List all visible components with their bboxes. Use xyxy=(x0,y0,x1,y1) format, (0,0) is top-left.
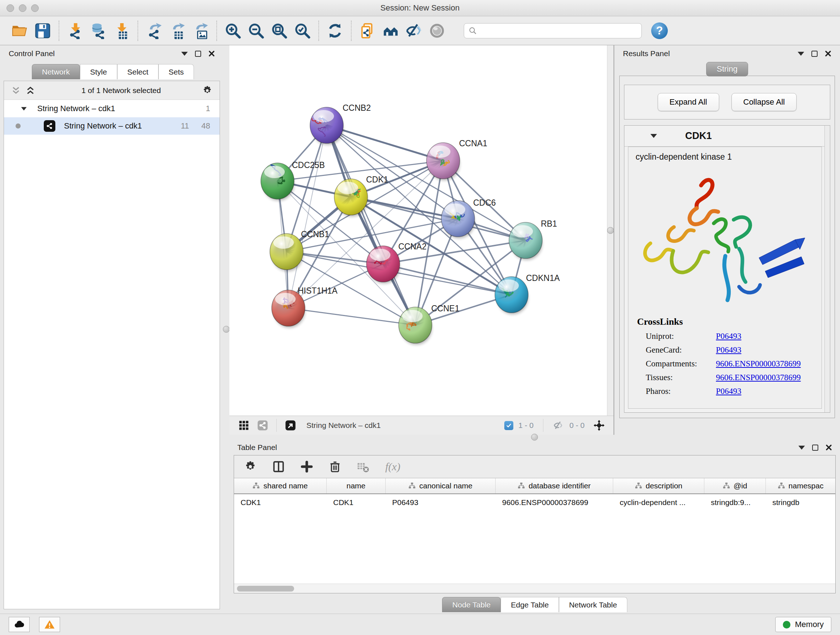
refresh-button[interactable] xyxy=(325,21,345,41)
tab-style[interactable]: Style xyxy=(80,64,117,79)
open-file-button[interactable] xyxy=(10,21,29,41)
selected-items-checkbox[interactable] xyxy=(504,421,513,430)
column-header-canonical-name[interactable]: canonical name xyxy=(386,478,496,494)
session-home-button[interactable] xyxy=(381,21,401,41)
cloud-status-button[interactable] xyxy=(9,617,30,632)
column-header-shared-name[interactable]: shared name xyxy=(234,478,327,494)
network-node-rb1[interactable]: RB1 xyxy=(509,219,557,260)
close-panel-icon[interactable] xyxy=(825,50,831,57)
warnings-button[interactable] xyxy=(39,617,60,632)
tab-string[interactable]: String xyxy=(706,62,748,76)
splitter-handle[interactable] xyxy=(223,326,230,333)
crosslink-genecard[interactable]: P06493 xyxy=(716,345,741,355)
results-scrollbar[interactable] xyxy=(824,126,830,412)
network-node-cdkn1a[interactable]: CDKN1A xyxy=(495,273,560,314)
import-network-button[interactable] xyxy=(65,21,85,41)
zoom-selected-button[interactable] xyxy=(293,21,312,41)
network-row-selected[interactable]: String Network – cdk1 11 48 xyxy=(4,117,219,135)
delete-column-trash-icon[interactable] xyxy=(329,461,341,473)
minimize-window-button[interactable] xyxy=(19,4,27,12)
show-panels-button[interactable] xyxy=(427,21,447,41)
export-image-button[interactable] xyxy=(191,21,210,41)
table-row[interactable]: CDK1 CDK1 P06493 9606.ENSP00000378699 cy… xyxy=(234,494,835,511)
column-header-namespace[interactable]: namespac xyxy=(766,478,835,494)
undock-panel-icon[interactable] xyxy=(812,445,818,451)
import-table-button[interactable] xyxy=(112,21,131,41)
fit-selected-button[interactable] xyxy=(591,418,607,432)
float-panel-icon[interactable] xyxy=(798,52,804,56)
search-input[interactable] xyxy=(480,27,637,35)
network-collection-row[interactable]: String Network – cdk1 1 xyxy=(4,100,219,117)
scrollbar-thumb[interactable] xyxy=(237,586,294,592)
results-splitter-handle[interactable] xyxy=(607,227,614,234)
tab-edge-table[interactable]: Edge Table xyxy=(501,597,559,612)
add-column-icon[interactable] xyxy=(301,461,313,473)
crosslink-pharos[interactable]: P06493 xyxy=(716,386,741,396)
cell-shared-name[interactable]: CDK1 xyxy=(234,498,327,507)
table-settings-gear-icon[interactable] xyxy=(244,461,256,473)
clone-network-button[interactable] xyxy=(358,21,377,41)
cell-database-identifier[interactable]: 9606.ENSP00000378699 xyxy=(496,498,613,507)
cell-name[interactable]: CDK1 xyxy=(327,498,386,507)
table-horizontal-scrollbar[interactable] xyxy=(234,584,835,593)
network-node-ccne1[interactable]: CCNE1 xyxy=(399,304,459,345)
network-edge[interactable] xyxy=(288,308,415,325)
help-button[interactable]: ? xyxy=(651,22,668,39)
undock-panel-icon[interactable] xyxy=(195,51,201,57)
tab-network[interactable]: Network xyxy=(32,64,80,79)
import-network-from-database-button[interactable] xyxy=(88,21,108,41)
column-header-name[interactable]: name xyxy=(327,478,386,494)
collapse-all-icon[interactable] xyxy=(11,86,21,95)
cell-description[interactable]: cyclin-dependent ... xyxy=(613,498,704,507)
crosslink-tissues[interactable]: 9606.ENSP00000378699 xyxy=(716,373,801,382)
splitter-handle[interactable] xyxy=(531,434,538,440)
crosslink-compartments[interactable]: 9606.ENSP00000378699 xyxy=(716,359,801,369)
tab-node-table[interactable]: Node Table xyxy=(442,597,501,612)
network-view-button[interactable] xyxy=(255,418,271,432)
network-edge[interactable] xyxy=(288,125,327,308)
collapse-gene-icon[interactable] xyxy=(651,134,657,138)
zoom-out-button[interactable] xyxy=(246,21,266,41)
table-panel-splitter[interactable] xyxy=(229,435,840,440)
export-network-button[interactable] xyxy=(144,21,164,41)
tab-sets[interactable]: Sets xyxy=(158,64,194,79)
expand-all-button[interactable]: Expand All xyxy=(658,93,719,111)
network-canvas[interactable]: CCNB2CCNA1CDC25BCDK1CDC6RB1CCNB1CCNA2CDK… xyxy=(229,45,614,416)
expand-all-icon[interactable] xyxy=(26,86,35,95)
float-panel-icon[interactable] xyxy=(181,52,188,56)
grid-view-button[interactable] xyxy=(236,418,252,432)
network-graph[interactable]: CCNB2CCNA1CDC25BCDK1CDC6RB1CCNB1CCNA2CDK… xyxy=(229,45,600,414)
cell-namespace[interactable]: stringdb xyxy=(766,498,835,507)
canvas-vertical-scrollbar[interactable] xyxy=(607,45,614,416)
control-panel-splitter[interactable] xyxy=(224,45,229,614)
collapse-all-button[interactable]: Collapse All xyxy=(731,93,797,111)
close-panel-icon[interactable] xyxy=(826,444,832,451)
save-session-button[interactable] xyxy=(33,21,52,41)
network-edge[interactable] xyxy=(327,125,443,161)
zoom-in-button[interactable] xyxy=(223,21,243,41)
hide-panels-button[interactable] xyxy=(404,21,424,41)
gene-card-header[interactable]: CDK1 xyxy=(624,126,830,147)
network-node-hist1h1a[interactable]: HIST1H1A xyxy=(272,286,338,328)
undock-panel-icon[interactable] xyxy=(812,51,818,57)
float-panel-icon[interactable] xyxy=(798,446,805,450)
export-table-button[interactable] xyxy=(167,21,187,41)
cell-canonical-name[interactable]: P06493 xyxy=(386,498,496,507)
birds-eye-view-button[interactable] xyxy=(283,418,298,432)
column-header-database-identifier[interactable]: database identifier xyxy=(496,478,613,494)
tab-network-table[interactable]: Network Table xyxy=(559,597,627,612)
collection-expand-icon[interactable] xyxy=(21,107,27,110)
network-node-cdk1[interactable]: CDK1 xyxy=(334,175,388,217)
column-header-id[interactable]: @id xyxy=(704,478,766,494)
zoom-fit-button[interactable] xyxy=(270,21,289,41)
show-columns-icon[interactable] xyxy=(272,461,285,473)
close-window-button[interactable] xyxy=(6,4,14,12)
cell-id[interactable]: stringdb:9... xyxy=(704,498,766,507)
network-options-gear-icon[interactable] xyxy=(202,86,212,96)
column-header-description[interactable]: description xyxy=(613,478,704,494)
crosslink-uniprot[interactable]: P06493 xyxy=(716,332,741,341)
maximize-window-button[interactable] xyxy=(31,4,39,12)
close-panel-icon[interactable] xyxy=(208,50,215,57)
tab-select[interactable]: Select xyxy=(117,64,158,79)
memory-button[interactable]: Memory xyxy=(775,617,831,632)
